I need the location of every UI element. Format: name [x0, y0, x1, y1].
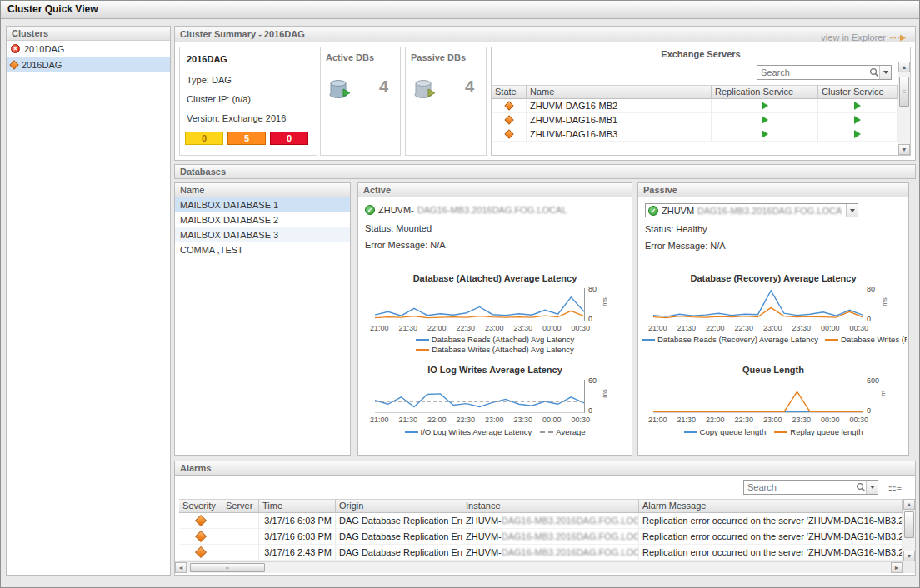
database-item[interactable]: MAILBOX DATABASE 2 [175, 212, 350, 227]
cluster-item-2010dag[interactable]: ✕ 2010DAG [7, 41, 170, 57]
col-severity[interactable]: Severity [179, 499, 222, 513]
cluster-item-2016dag[interactable]: 2016DAG [7, 57, 170, 72]
col-state[interactable]: State [492, 85, 527, 99]
x-tick-label: 00:30 [571, 324, 590, 332]
alarm-row[interactable]: 3/17/16 2:43 PM DAG Database Replication… [179, 545, 902, 561]
col-name[interactable]: Name [527, 85, 712, 99]
warning-state-icon [504, 129, 513, 138]
database-list-header[interactable]: Name [175, 183, 350, 197]
database-icon [412, 79, 438, 99]
database-item[interactable]: COMMA ,TEST [175, 242, 350, 257]
databases-header: Databases [174, 164, 916, 179]
scrollbar-thumb[interactable] [904, 511, 914, 538]
col-cluster[interactable]: Cluster Service [818, 85, 898, 99]
database-item[interactable]: MAILBOX DATABASE 1 [175, 197, 350, 212]
cluster-item-label: 2016DAG [22, 60, 62, 70]
active-status: Status: Mounted [365, 223, 432, 233]
critical-count-badge[interactable]: 5 [228, 132, 266, 145]
col-message[interactable]: Alarm Message [639, 499, 902, 513]
view-in-explorer-link[interactable]: view in Explorer [821, 30, 907, 42]
chart-legend: I/O Log Writes Average LatencyAverage [358, 427, 632, 436]
servers-search-input[interactable] [758, 67, 869, 77]
warning-severity-icon [194, 515, 206, 526]
server-row[interactable]: ZHUVM-DAG16-MB1 [492, 113, 898, 127]
y-max-label: 80 [867, 285, 875, 293]
active-server-prefix: ZHUVM- [378, 205, 414, 215]
scroll-down-icon[interactable]: ▼ [898, 144, 910, 155]
search-icon [869, 67, 879, 77]
instance-prefix: ZHUVM- [466, 516, 502, 526]
alarms-title: Alarms [180, 463, 211, 473]
fatal-count-badge[interactable]: 0 [270, 132, 308, 145]
chart-legend: Database Reads (Recovery) Average Latenc… [642, 335, 907, 344]
col-replication[interactable]: Replication Service [712, 85, 818, 99]
recovery-latency-chart [653, 288, 863, 321]
scroll-up-icon[interactable]: ▲ [898, 62, 910, 72]
active-server-name-redacted: DAG16-MB3.2016DAG.FOG.LOCAL [418, 205, 568, 215]
scroll-left-icon[interactable]: ◄ [175, 562, 187, 573]
alarm-row[interactable]: 3/17/16 6:03 PM DAG Database Replication… [179, 529, 902, 545]
scroll-down-icon[interactable]: ▼ [903, 551, 915, 561]
x-tick-label: 21:00 [370, 416, 389, 424]
passive-panel-title: Passive [638, 183, 908, 197]
alarm-row[interactable]: 3/17/16 6:03 PM DAG Database Replication… [179, 513, 902, 529]
table-options-icon[interactable]: ⚏≡ [888, 483, 902, 492]
server-row[interactable]: ZHUVM-DAG16-MB3 [492, 127, 898, 142]
alarm-origin: DAG Database Replication Error [336, 513, 462, 529]
instance-prefix: ZHUVM- [466, 547, 502, 557]
attached-latency-chart [375, 288, 585, 321]
server-row[interactable]: ZHUVM-DAG16-MB2 [492, 99, 898, 113]
col-server[interactable]: Server [222, 499, 259, 513]
col-time[interactable]: Time [259, 499, 336, 513]
passive-server-prefix: ZHUVM- [662, 206, 698, 216]
search-options-button[interactable] [866, 481, 878, 494]
x-tick-label: 00:00 [542, 416, 562, 424]
scroll-up-icon[interactable]: ▲ [903, 499, 915, 510]
service-running-icon [854, 116, 861, 124]
instance-prefix: ZHUVM- [466, 531, 502, 541]
cluster-type: Type: DAG [187, 75, 232, 85]
scrollbar-thumb[interactable]: ≡ [190, 563, 265, 572]
scrollbar-thumb[interactable]: ≡ [899, 77, 909, 107]
legend-item: Database Reads (Attached) Avg Latency [416, 335, 574, 344]
search-options-button[interactable] [879, 66, 891, 79]
y-max-label: 60 [588, 376, 597, 385]
legend-item: Copy queue length [684, 427, 767, 436]
alarm-server-cell [222, 513, 259, 529]
passive-server-select[interactable]: ✓ ZHUVM-DAG16-MB3.2016DAG.FOG.LOCAL [645, 203, 858, 217]
alarms-vscrollbar[interactable]: ▲ ▼ [902, 499, 915, 561]
alarms-search-input[interactable] [744, 482, 856, 492]
legend-swatch [642, 339, 655, 341]
servers-search [757, 65, 892, 80]
scroll-right-icon[interactable]: ► [891, 562, 902, 573]
legend-label: Database Reads (Attached) Avg Latency [432, 335, 574, 344]
legend-swatch [416, 349, 429, 351]
col-instance[interactable]: Instance [462, 499, 639, 513]
x-tick-label: 00:30 [571, 416, 590, 424]
servers-scrollbar[interactable]: ▲ ≡ ▼ [898, 62, 910, 155]
x-tick-label: 23:30 [513, 416, 532, 424]
x-tick-label: 22:00 [706, 324, 725, 332]
legend-swatch [684, 431, 698, 433]
alarms-hscrollbar[interactable]: ◄ ≡ ► [175, 561, 902, 573]
passive-dbs-label: Passive DBs [411, 52, 466, 62]
x-tick-label: 21:00 [648, 416, 668, 424]
legend-label: Database Writes (Attached) Avg Latency [432, 345, 574, 354]
x-axis-labels: 21:0021:3022:0022:3023:0023:3000:0000:30 [648, 416, 868, 424]
cluster-item-label: 2010DAG [24, 44, 64, 54]
legend-swatch [825, 339, 838, 341]
exchange-servers-title: Exchange Servers [492, 47, 910, 62]
servers-table-header: State Name Replication Service Cluster S… [492, 85, 898, 99]
instance-redacted: DAG16-MB3.2016DAG.FOG.LOCAL [502, 531, 639, 541]
service-running-icon [854, 130, 861, 138]
y-max-label: 600 [867, 376, 879, 385]
col-origin[interactable]: Origin [336, 499, 462, 513]
legend-item: Replay queue length [774, 427, 862, 436]
legend-label: Database Reads (Recovery) Average Latenc… [658, 335, 818, 344]
select-dropdown-button[interactable] [846, 204, 858, 217]
warning-count-badge[interactable]: 0 [185, 132, 223, 145]
database-item[interactable]: MAILBOX DATABASE 3 [175, 227, 350, 242]
x-tick-label: 21:00 [370, 324, 389, 332]
chevron-down-icon [850, 209, 855, 212]
x-tick-label: 00:00 [821, 324, 840, 332]
